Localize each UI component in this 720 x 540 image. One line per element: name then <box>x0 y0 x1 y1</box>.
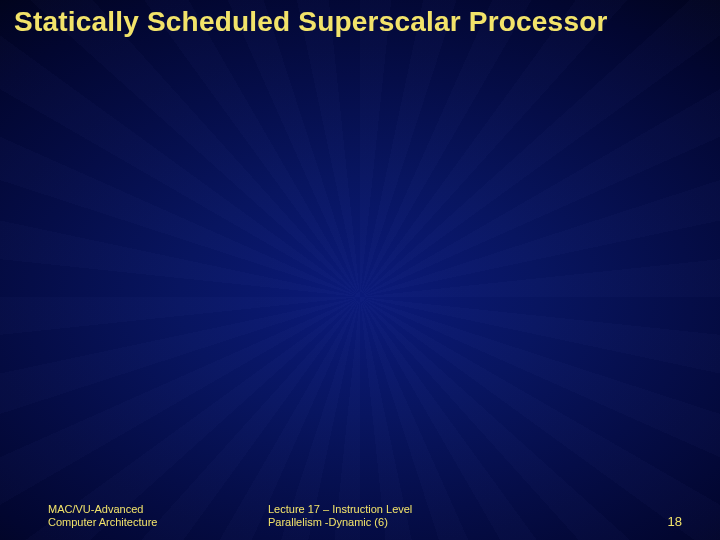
footer-left-line1: MAC/VU-Advanced <box>48 503 218 517</box>
slide-title: Statically Scheduled Superscalar Process… <box>14 6 710 38</box>
footer-center: Lecture 17 – Instruction Level Paralleli… <box>268 503 508 531</box>
slide: Statically Scheduled Superscalar Process… <box>0 0 720 540</box>
footer-left: MAC/VU-Advanced Computer Architecture <box>48 503 218 531</box>
footer-center-line1: Lecture 17 – Instruction Level <box>268 503 508 517</box>
footer-left-line2: Computer Architecture <box>48 516 218 530</box>
background-rays <box>0 0 720 540</box>
footer-center-line2: Parallelism -Dynamic (6) <box>268 516 508 530</box>
footer-page-number: 18 <box>642 514 682 530</box>
